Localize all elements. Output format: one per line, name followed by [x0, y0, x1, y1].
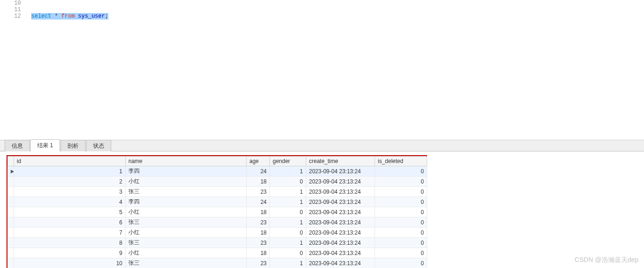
table-row[interactable]: 6张三2312023-09-04 23:13:240	[8, 217, 427, 228]
cell-age[interactable]: 23	[247, 217, 270, 228]
cell-name[interactable]: 小红	[126, 228, 247, 238]
cell-name[interactable]: 小红	[126, 176, 247, 187]
sql-keyword-from: from	[61, 13, 75, 20]
cell-name[interactable]: 小红	[126, 248, 247, 258]
cell-id[interactable]: 8	[14, 238, 126, 248]
cell-create-time[interactable]: 2023-09-04 23:13:24	[306, 258, 375, 268]
cell-name[interactable]: 张三	[126, 217, 247, 228]
tab-profile[interactable]: 剖析	[60, 140, 86, 151]
cell-id[interactable]: 10	[14, 258, 126, 268]
cell-age[interactable]: 24	[247, 166, 270, 176]
col-header-create-time[interactable]: create_time	[306, 157, 375, 166]
cell-is-deleted[interactable]: 0	[375, 258, 427, 268]
cell-age[interactable]: 18	[247, 176, 270, 187]
sql-editor-pane[interactable]: 10 11 12 select * from sys_user;	[0, 0, 644, 140]
tab-info[interactable]: 信息	[5, 140, 30, 151]
row-marker[interactable]	[8, 207, 14, 217]
cell-age[interactable]: 23	[247, 238, 270, 248]
editor-content[interactable]: select * from sys_user;	[26, 0, 644, 20]
tab-status[interactable]: 状态	[86, 140, 111, 151]
cell-gender[interactable]: 0	[270, 248, 306, 258]
cell-id[interactable]: 4	[14, 197, 126, 207]
row-marker[interactable]	[8, 187, 14, 197]
cell-id[interactable]: 9	[14, 248, 126, 258]
editor-line[interactable]	[31, 7, 644, 13]
cell-age[interactable]: 18	[247, 228, 270, 238]
editor-line[interactable]	[31, 0, 644, 7]
result-grid[interactable]: id name age gender create_time is_delete…	[7, 156, 427, 268]
cell-gender[interactable]: 1	[270, 217, 306, 228]
cell-id[interactable]: 7	[14, 228, 126, 238]
cell-gender[interactable]: 1	[270, 258, 306, 268]
table-row[interactable]: 8张三2312023-09-04 23:13:240	[8, 238, 427, 248]
col-header-name[interactable]: name	[126, 157, 247, 166]
cell-gender[interactable]: 0	[270, 228, 306, 238]
row-marker[interactable]	[8, 217, 14, 228]
cell-age[interactable]: 23	[247, 258, 270, 268]
cell-is-deleted[interactable]: 0	[375, 228, 427, 238]
cell-gender[interactable]: 1	[270, 197, 306, 207]
cell-create-time[interactable]: 2023-09-04 23:13:24	[306, 197, 375, 207]
cell-is-deleted[interactable]: 0	[375, 207, 427, 217]
table-row[interactable]: 10张三2312023-09-04 23:13:240	[8, 258, 427, 268]
cell-is-deleted[interactable]: 0	[375, 238, 427, 248]
cell-is-deleted[interactable]: 0	[375, 197, 427, 207]
cell-age[interactable]: 18	[247, 207, 270, 217]
row-marker[interactable]: ▶	[8, 166, 14, 176]
cell-create-time[interactable]: 2023-09-04 23:13:24	[306, 238, 375, 248]
cell-age[interactable]: 24	[247, 197, 270, 207]
table-row[interactable]: 2小红1802023-09-04 23:13:240	[8, 176, 427, 187]
col-header-gender[interactable]: gender	[270, 157, 306, 166]
cell-gender[interactable]: 1	[270, 166, 306, 176]
cell-name[interactable]: 张三	[126, 238, 247, 248]
cell-name[interactable]: 张三	[126, 258, 247, 268]
col-header-is-deleted[interactable]: is_deleted	[375, 157, 427, 166]
cell-id[interactable]: 3	[14, 187, 126, 197]
cell-is-deleted[interactable]: 0	[375, 166, 427, 176]
cell-create-time[interactable]: 2023-09-04 23:13:24	[306, 187, 375, 197]
row-marker[interactable]	[8, 258, 14, 268]
table-row[interactable]: 3张三2312023-09-04 23:13:240	[8, 187, 427, 197]
row-marker[interactable]	[8, 238, 14, 248]
cell-is-deleted[interactable]: 0	[375, 176, 427, 187]
col-header-age[interactable]: age	[247, 157, 270, 166]
cell-age[interactable]: 18	[247, 248, 270, 258]
result-grid-highlight: id name age gender create_time is_delete…	[7, 155, 427, 268]
cell-create-time[interactable]: 2023-09-04 23:13:24	[306, 176, 375, 187]
cell-id[interactable]: 2	[14, 176, 126, 187]
cell-id[interactable]: 1	[14, 166, 126, 176]
row-marker[interactable]	[8, 248, 14, 258]
cell-is-deleted[interactable]: 0	[375, 187, 427, 197]
cell-gender[interactable]: 1	[270, 187, 306, 197]
cell-create-time[interactable]: 2023-09-04 23:13:24	[306, 217, 375, 228]
row-marker[interactable]	[8, 197, 14, 207]
cell-gender[interactable]: 0	[270, 207, 306, 217]
editor-gutter: 10 11 12	[0, 0, 26, 20]
table-row[interactable]: 9小红1802023-09-04 23:13:240	[8, 248, 427, 258]
table-row[interactable]: 7小红1802023-09-04 23:13:240	[8, 228, 427, 238]
cell-is-deleted[interactable]: 0	[375, 217, 427, 228]
editor-line[interactable]: select * from sys_user;	[31, 13, 644, 20]
cell-gender[interactable]: 0	[270, 176, 306, 187]
cell-gender[interactable]: 1	[270, 238, 306, 248]
cell-age[interactable]: 23	[247, 187, 270, 197]
table-row[interactable]: 5小红1802023-09-04 23:13:240	[8, 207, 427, 217]
cell-is-deleted[interactable]: 0	[375, 248, 427, 258]
cell-id[interactable]: 6	[14, 217, 126, 228]
cell-name[interactable]: 小红	[126, 207, 247, 217]
table-header-row: id name age gender create_time is_delete…	[8, 157, 427, 166]
cell-create-time[interactable]: 2023-09-04 23:13:24	[306, 166, 375, 176]
cell-create-time[interactable]: 2023-09-04 23:13:24	[306, 228, 375, 238]
cell-name[interactable]: 李四	[126, 166, 247, 176]
table-row[interactable]: ▶1李四2412023-09-04 23:13:240	[8, 166, 427, 176]
row-marker[interactable]	[8, 228, 14, 238]
table-row[interactable]: 4李四2412023-09-04 23:13:240	[8, 197, 427, 207]
cell-name[interactable]: 张三	[126, 187, 247, 197]
cell-name[interactable]: 李四	[126, 197, 247, 207]
tab-result1[interactable]: 结果 1	[30, 139, 60, 151]
col-header-id[interactable]: id	[14, 157, 126, 166]
row-marker[interactable]	[8, 176, 14, 187]
cell-id[interactable]: 5	[14, 207, 126, 217]
cell-create-time[interactable]: 2023-09-04 23:13:24	[306, 207, 375, 217]
cell-create-time[interactable]: 2023-09-04 23:13:24	[306, 248, 375, 258]
